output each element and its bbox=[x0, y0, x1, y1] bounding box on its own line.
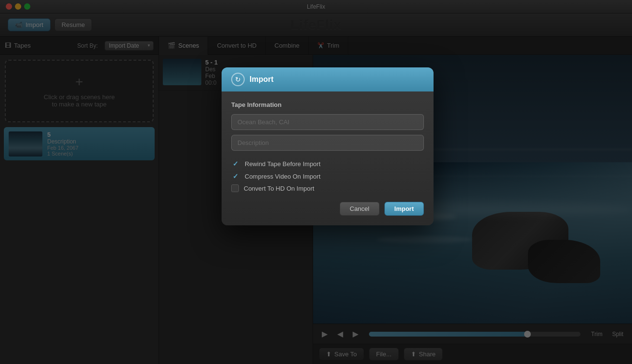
tape-title-input[interactable] bbox=[231, 114, 424, 130]
tape-info-label: Tape Information bbox=[231, 101, 424, 108]
do-import-button[interactable]: Import bbox=[384, 202, 424, 216]
convert-hd-checkbox-row: Convert To HD On Import bbox=[231, 184, 424, 192]
convert-hd-checkbox[interactable] bbox=[231, 184, 239, 192]
modal-import-icon: ↻ bbox=[231, 73, 245, 86]
compress-checkbox-row: ✓ Compress Video On Import bbox=[231, 172, 424, 181]
rewind-checkbox[interactable]: ✓ bbox=[231, 159, 240, 168]
modal-body: Tape Information ✓ Rewind Tape Before Im… bbox=[222, 91, 434, 225]
convert-hd-label: Convert To HD On Import bbox=[244, 185, 314, 192]
compress-label: Compress Video On Import bbox=[245, 173, 320, 180]
modal-overlay: ↻ Import Tape Information ✓ Rewind Tape … bbox=[0, 0, 632, 364]
compress-checkbox[interactable]: ✓ bbox=[231, 172, 240, 181]
modal-footer: Cancel Import bbox=[231, 200, 424, 216]
tape-description-input[interactable] bbox=[231, 135, 424, 151]
rewind-checkbox-row: ✓ Rewind Tape Before Import bbox=[231, 159, 424, 168]
modal-title: Import bbox=[250, 75, 274, 84]
cancel-button[interactable]: Cancel bbox=[340, 202, 379, 216]
modal-header: ↻ Import bbox=[222, 67, 434, 91]
rewind-label: Rewind Tape Before Import bbox=[245, 160, 320, 168]
import-modal: ↻ Import Tape Information ✓ Rewind Tape … bbox=[222, 67, 434, 225]
spinner-icon: ↻ bbox=[235, 76, 241, 83]
